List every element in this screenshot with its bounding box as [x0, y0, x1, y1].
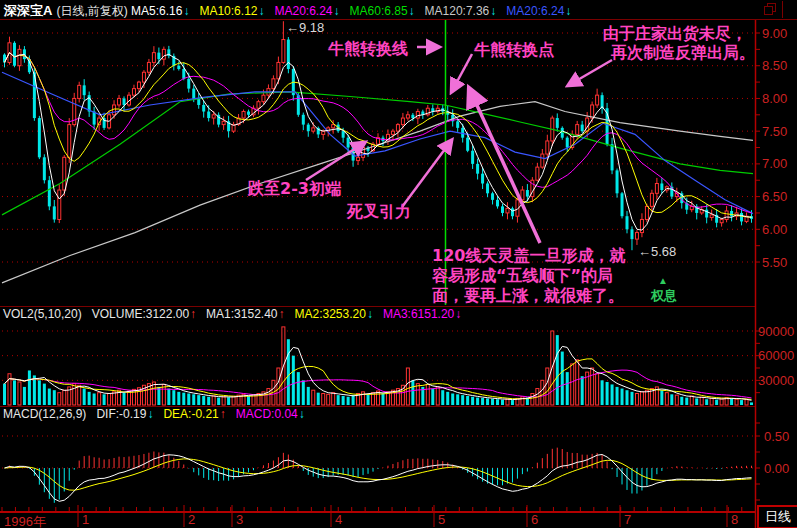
- up-arrow-icon: ↑: [220, 407, 226, 421]
- rights-marker-icon[interactable]: ▲: [658, 275, 668, 286]
- chart-canvas[interactable]: 9.008.508.007.507.006.506.005.5090000600…: [0, 0, 797, 528]
- down-arrow-icon: ↓: [367, 307, 373, 321]
- svg-text:90000: 90000: [758, 324, 794, 339]
- annotation-dealer-line2: 再次制造反弹出局。: [611, 43, 755, 64]
- volume-indicator-readouts: VOL2(5,10,20)VOLUME:3122.00↑MA1:3152.40↑…: [3, 307, 461, 321]
- annotation-dealer-line1: 由于庄家出货未尽，: [603, 24, 747, 45]
- down-arrow-icon: ↓: [455, 307, 461, 321]
- svg-text:8.00: 8.00: [762, 91, 787, 106]
- macd-pane-header: MACD(12,26,9)DIF:-0.19↓DEA:-0.21↑MACD:0.…: [3, 407, 305, 421]
- frame-lines: [0, 20, 797, 528]
- down-arrow-icon: ↓: [409, 4, 415, 18]
- annotation-death-cross: 死叉引力: [347, 202, 411, 223]
- down-arrow-icon: ↓: [147, 407, 153, 421]
- indicator-value: MACD:0.04: [236, 407, 298, 421]
- restore-window-icon[interactable]: [764, 3, 776, 15]
- down-arrow-icon: ↓: [490, 4, 496, 18]
- up-arrow-icon: ↑: [190, 307, 196, 321]
- macd-indicator-readouts: MACD(12,26,9)DIF:-0.19↓DEA:-0.21↑MACD:0.…: [3, 407, 305, 421]
- indicator-value: MA60:6.85: [350, 4, 408, 18]
- indicator-value: MA20:6.24: [506, 4, 564, 18]
- indicator-value: VOL2(5,10,20): [3, 307, 82, 321]
- svg-text:6: 6: [531, 512, 538, 527]
- indicator-value: DEA:-0.21: [163, 407, 218, 421]
- svg-text:7: 7: [624, 512, 631, 527]
- indicator-value: MA5:6.16: [131, 4, 182, 18]
- indicator-value: MA1:3152.40: [206, 307, 277, 321]
- svg-text:5: 5: [438, 512, 445, 527]
- volume-ma-lines: [5, 346, 752, 400]
- indicator-value: DIF:-0.19: [96, 407, 146, 421]
- svg-text:30000: 30000: [758, 373, 794, 388]
- svg-text:8.50: 8.50: [762, 58, 787, 73]
- period-daily-button[interactable]: 日线: [757, 505, 797, 528]
- svg-text:5.50: 5.50: [762, 255, 787, 270]
- indicator-value: MACD(12,26,9): [3, 407, 86, 421]
- annotation-bull-bear-line: 牛熊转换线: [328, 39, 408, 60]
- app-window: 9.008.508.007.507.006.506.005.5090000600…: [0, 0, 797, 528]
- rights-label[interactable]: 权息: [651, 287, 677, 305]
- down-arrow-icon: ↓: [258, 4, 264, 18]
- svg-text:9.00: 9.00: [762, 26, 787, 41]
- svg-text:4: 4: [335, 512, 342, 527]
- year-label: 1996年: [4, 513, 46, 528]
- stock-name: 深深宝A: [4, 3, 52, 18]
- up-arrow-icon: ↑: [279, 307, 285, 321]
- indicator-value: MA2:3253.20: [295, 307, 366, 321]
- svg-text:7.00: 7.00: [762, 156, 787, 171]
- chart-mode-label: (日线,前复权): [56, 4, 127, 18]
- down-arrow-icon: ↓: [565, 4, 571, 18]
- volume-pane-header: VOL2(5,10,20)VOLUME:3122.00↑MA1:3152.40↑…: [3, 307, 461, 321]
- svg-text:6.00: 6.00: [762, 222, 787, 237]
- indicator-value: MA3:6151.20: [383, 307, 454, 321]
- annotation-fall-label: 跌至2-3初端: [248, 179, 341, 200]
- peak-price-label: ←9.18: [286, 20, 324, 35]
- indicator-value: MA20:6.24: [274, 4, 332, 18]
- svg-text:3: 3: [236, 512, 243, 527]
- annotation-skullcap-line2: 容易形成“五线顺下”的局: [432, 266, 613, 287]
- down-arrow-icon: ↓: [299, 407, 305, 421]
- annotation-skullcap-line3: 面，要再上涨，就很难了。: [432, 286, 624, 307]
- svg-text:8: 8: [731, 512, 738, 527]
- low-price-label: ←5.68: [638, 244, 676, 259]
- svg-text:6.50: 6.50: [762, 189, 787, 204]
- macd-pane: [5, 448, 752, 503]
- svg-text:0.00: 0.00: [764, 461, 789, 476]
- down-arrow-icon: ↓: [334, 4, 340, 18]
- annotation-skullcap-line1: 120线天灵盖一旦形成，就: [432, 246, 625, 267]
- header-divider: [782, 1, 783, 18]
- svg-text:2: 2: [188, 512, 195, 527]
- svg-text:1: 1: [82, 512, 89, 527]
- indicator-value: MA10:6.12: [199, 4, 257, 18]
- down-arrow-icon: ↓: [183, 4, 189, 18]
- chart-header: 深深宝A(日线,前复权) MA5:6.16↓MA10:6.12↓MA20:6.2…: [4, 2, 571, 18]
- svg-text:0.50: 0.50: [764, 429, 789, 444]
- main-indicator-readouts: MA5:6.16↓MA10:6.12↓MA20:6.24↓MA60:6.85↓M…: [131, 4, 571, 18]
- annotation-bull-bear-point: 牛熊转换点: [474, 40, 554, 61]
- svg-text:60000: 60000: [758, 348, 794, 363]
- indicator-value: MA120:7.36: [425, 4, 490, 18]
- indicator-value: VOLUME:3122.00: [92, 307, 189, 321]
- svg-text:7.50: 7.50: [762, 124, 787, 139]
